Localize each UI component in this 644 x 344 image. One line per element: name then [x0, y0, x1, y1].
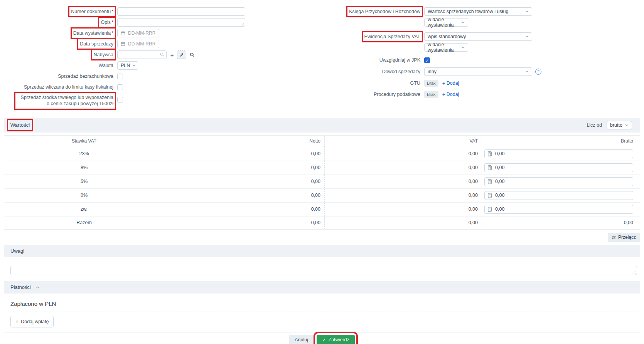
required-mark: * — [111, 9, 113, 14]
razem-netto: 0,00 — [164, 216, 324, 229]
dowod-sprzedazy-select[interactable]: inny — [424, 67, 532, 76]
ewidencja-date-mode-select[interactable]: w dacie wystawienia — [424, 43, 468, 52]
kpir-date-mode-select[interactable]: w dacie wystawienia — [424, 18, 468, 27]
table-row-23: 23% 0,00 0,00 — [4, 147, 640, 161]
limit-kasy-checkbox[interactable] — [117, 84, 123, 90]
zaplacono-heading: Zapłacono w PLN — [4, 300, 640, 307]
calculator-icon — [488, 165, 492, 170]
header-vat: VAT — [324, 136, 482, 147]
field-row-kpir: Księga Przychodów i Rozchodów Wartość sp… — [328, 7, 567, 16]
netto-value: 0,00 — [164, 147, 324, 161]
bezrachunkowa-label: Sprzedaż bezrachunkowa — [58, 73, 113, 79]
data-sprzedazy-input[interactable] — [127, 41, 156, 47]
stawka-value: zw. — [4, 203, 164, 216]
search-icon — [190, 52, 195, 57]
form-left-column: Numer dokumentu* Opis* Data wystawienia*… — [4, 7, 251, 109]
submit-button[interactable]: ✓ Zatwierdź — [317, 335, 355, 344]
vat-value: 0,00 — [324, 203, 482, 216]
wartosci-title: Wartości — [10, 122, 30, 128]
dodaj-wplate-button[interactable]: + Dodaj wpłatę — [10, 316, 54, 327]
field-row-ewidencja-date-mode: w dacie wystawienia — [328, 43, 567, 52]
data-sprzedazy-datepicker[interactable] — [117, 40, 159, 48]
razem-label: Razem — [4, 216, 164, 229]
gtu-label: GTU — [410, 80, 420, 86]
field-row-waluta: Waluta PLN — [4, 61, 251, 70]
stawka-value: 8% — [4, 161, 164, 175]
wartosci-section-header: Wartości Licz od brutto — [4, 118, 640, 133]
opis-textarea[interactable] — [117, 18, 245, 27]
data-wystawienia-label: Data wystawienia* — [73, 30, 113, 36]
srodek-trwaly-checkbox[interactable] — [117, 97, 123, 102]
brutto-input[interactable] — [494, 206, 630, 212]
table-row-0: 0% 0,00 0,00 — [4, 188, 640, 202]
kpir-label: Księga Przychodów i Rozchodów — [349, 8, 420, 15]
platnosci-section-header[interactable]: Płatności — [4, 281, 640, 294]
opis-textarea-wrap — [117, 18, 245, 27]
chevron-down-icon — [625, 124, 629, 126]
brutto-input[interactable] — [494, 164, 630, 171]
procedury-add-link[interactable]: +Dodaj — [442, 91, 459, 97]
licz-od-label: Licz od — [587, 122, 602, 128]
gtu-badge: Brak — [424, 80, 438, 87]
bezrachunkowa-checkbox[interactable] — [117, 74, 123, 79]
required-mark: * — [111, 20, 113, 25]
calculator-icon — [488, 151, 492, 156]
kpir-select[interactable]: Wartość sprzedanych towarów i usług — [424, 7, 532, 16]
licz-od-select[interactable]: brutto — [607, 121, 632, 129]
pencil-icon — [179, 52, 184, 57]
data-wystawienia-datepicker[interactable] — [117, 29, 159, 37]
brutto-input[interactable] — [494, 178, 630, 185]
gtu-add-link[interactable]: +Dodaj — [442, 80, 459, 86]
chevron-down-icon — [461, 46, 465, 49]
header-netto: Netto — [164, 136, 324, 147]
document-form-page: Numer dokumentu* Opis* Data wystawienia*… — [0, 1, 644, 344]
stawka-value: 5% — [4, 175, 164, 188]
procedury-label: Procedury podatkowe — [374, 91, 420, 97]
netto-value: 0,00 — [164, 161, 324, 175]
razem-brutto: 0,00 — [482, 216, 640, 229]
razem-vat: 0,00 — [324, 216, 482, 229]
field-row-dowod: Dowód sprzedaży inny ? — [328, 67, 567, 76]
field-row-kpir-date-mode: w dacie wystawienia — [328, 18, 567, 27]
check-icon: ✓ — [425, 58, 429, 63]
edit-contractor-button[interactable] — [177, 50, 186, 59]
field-row-data-wystawienia: Data wystawienia* — [4, 29, 251, 37]
search-contractor-button[interactable] — [187, 50, 197, 59]
field-row-opis: Opis* — [4, 18, 251, 27]
uwagi-textarea[interactable] — [10, 266, 637, 275]
brutto-input[interactable] — [494, 192, 630, 198]
vat-value: 0,00 — [324, 161, 482, 175]
brutto-input-field — [484, 177, 633, 186]
brutto-input-field — [484, 191, 633, 200]
plus-icon: + — [170, 52, 174, 58]
uwagi-section-header: Uwagi — [4, 245, 640, 257]
field-row-procedury: Procedury podatkowe Brak +Dodaj — [328, 90, 567, 99]
vat-value: 0,00 — [324, 189, 482, 202]
przelacz-row: ⇄ Przełącz — [4, 233, 640, 242]
cancel-button[interactable]: Anuluj — [289, 335, 314, 344]
dashed-divider — [4, 312, 640, 312]
field-row-gtu: GTU Brak +Dodaj — [328, 79, 567, 87]
waluta-select[interactable]: PLN — [117, 61, 138, 70]
calculator-icon — [488, 179, 492, 184]
przelacz-button[interactable]: ⇄ Przełącz — [608, 233, 640, 242]
jpk-checkbox[interactable]: ✓ — [424, 57, 430, 63]
header-brutto: Brutto — [482, 136, 640, 147]
data-wystawienia-input[interactable] — [127, 30, 156, 36]
ewidencja-vat-select[interactable]: wpis standardowy — [424, 32, 532, 41]
field-row-numer-dokumentu: Numer dokumentu* — [4, 7, 251, 16]
stawka-value: 23% — [4, 147, 164, 161]
numer-dokumentu-input[interactable] — [117, 7, 245, 16]
field-row-jpk: Uwzględniaj w JPK ✓ — [328, 56, 567, 64]
numer-dokumentu-label: Numer dokumentu* — [71, 8, 113, 15]
brutto-input[interactable] — [494, 151, 630, 157]
netto-value: 0,00 — [164, 175, 324, 188]
nabywca-input[interactable] — [117, 50, 167, 59]
field-row-limit-kasy: Sprzedaż wliczana do limitu kasy fiskaln… — [4, 83, 251, 91]
help-icon[interactable]: ? — [535, 69, 541, 75]
table-header-row: Stawka VAT Netto VAT Brutto — [4, 136, 640, 147]
nabywca-input-wrap — [117, 50, 167, 59]
table-row-5: 5% 0,00 0,00 — [4, 175, 640, 188]
add-contractor-button[interactable]: + — [168, 50, 176, 59]
chevron-down-icon — [132, 64, 136, 67]
